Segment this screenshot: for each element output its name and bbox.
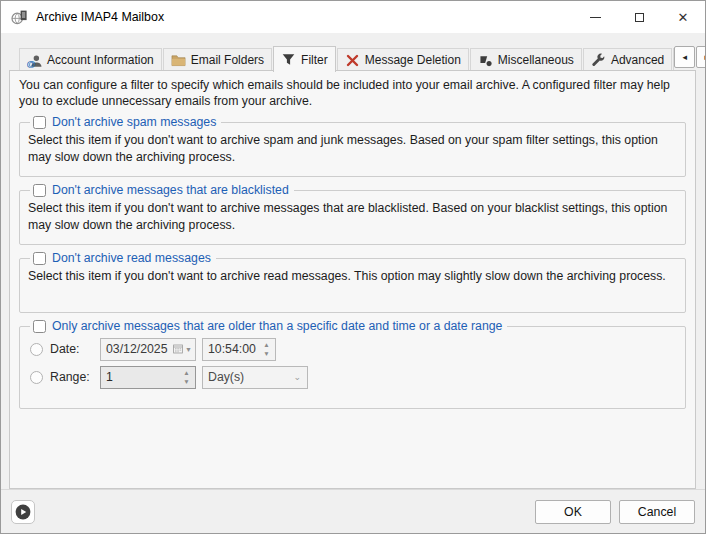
tab-message-deletion[interactable]: Message Deletion [337,48,469,71]
folder-icon [171,53,186,68]
wrench-icon [591,53,606,68]
blacklist-checkbox[interactable] [33,184,46,197]
left-arrow-icon: ◂ [682,52,687,62]
date-radio-label: Date: [50,342,100,356]
window-title: Archive IMAP4 Mailbox [36,10,164,24]
spinner-down-icon: ▼ [183,377,189,386]
blacklist-description: Select this item if you don't want to ar… [28,200,675,233]
read-description: Select this item if you don't want to ar… [28,268,675,285]
title-bar: Archive IMAP4 Mailbox ✕ [1,1,705,33]
time-spinner[interactable]: ▲▼ [258,339,275,360]
app-globe-icon [11,9,28,26]
range-spinner[interactable]: ▲▼ [178,367,195,388]
tab-email-folders[interactable]: Email Folders [163,48,272,71]
tab-filter[interactable]: Filter [273,46,336,72]
chevron-down-icon: ▼ [185,346,192,353]
filter-tab-page: You can configure a filter to specify wh… [9,70,696,489]
spinner-up-icon: ▲ [183,368,189,377]
tab-miscellaneous[interactable]: Miscellaneous [470,48,582,71]
tab-scroll-controls: ◂ ▸ [674,46,706,68]
spinner-up-icon: ▲ [263,340,269,349]
date-picker[interactable]: 03/12/2025 ▼ [100,338,196,361]
filter-funnel-icon [281,52,296,67]
spam-checkbox-label[interactable]: Don't archive spam messages [52,115,216,129]
calendar-dropdown[interactable]: ▼ [173,344,195,354]
chevron-down-icon: ⌄ [293,372,307,382]
ok-button[interactable]: OK [535,500,611,524]
filter-intro-text: You can configure a filter to specify wh… [19,77,686,109]
svg-text:@: @ [27,59,36,68]
tab-label: Message Deletion [365,53,461,67]
tab-label: Miscellaneous [498,53,574,67]
tab-scroll-left-button[interactable]: ◂ [674,46,695,68]
footer-bar: OK Cancel [1,489,705,533]
older-than-checkbox-label[interactable]: Only archive messages that are older tha… [52,319,502,333]
date-radio[interactable] [30,343,43,356]
read-filter-group: Don't archive read messages Select this … [19,251,686,313]
range-unit-select[interactable]: Day(s) ⌄ [202,366,308,389]
spam-description: Select this item if you don't want to ar… [28,132,675,165]
time-value: 10:54:00 [208,342,256,356]
shapes-icon [478,53,493,68]
range-value-stepper[interactable]: 1 ▲▼ [100,366,196,389]
red-x-icon [345,53,360,68]
tab-strip: @ Account Information Email Folders Filt… [9,46,696,71]
spinner-down-icon: ▼ [263,349,269,358]
older-than-checkbox[interactable] [33,320,46,333]
account-at-icon: @ [27,53,42,68]
tab-label: Filter [301,53,328,67]
cancel-button[interactable]: Cancel [619,500,695,524]
date-value: 03/12/2025 [106,342,168,356]
close-icon: ✕ [678,11,689,24]
range-value: 1 [106,370,113,384]
tab-scroll-right-button[interactable]: ▸ [696,46,706,68]
close-button[interactable]: ✕ [661,1,705,33]
range-unit-value: Day(s) [208,370,244,384]
run-archive-button[interactable] [11,500,35,524]
spam-filter-group: Don't archive spam messages Select this … [19,115,686,177]
minimize-icon [590,17,601,18]
maximize-button[interactable] [617,1,661,33]
play-icon [15,504,31,520]
tab-label: Account Information [47,53,154,67]
blacklist-filter-group: Don't archive messages that are blacklis… [19,183,686,245]
tab-label: Advanced [611,53,664,67]
tab-advanced[interactable]: Advanced [583,48,672,71]
calendar-icon [173,344,183,354]
range-radio[interactable] [30,371,43,384]
date-row: Date: 03/12/2025 ▼ 10:54:00 ▲▼ [28,337,675,361]
minimize-button[interactable] [573,1,617,33]
range-row: Range: 1 ▲▼ Day(s) ⌄ [28,365,675,389]
blacklist-checkbox-label[interactable]: Don't archive messages that are blacklis… [52,183,289,197]
maximize-icon [635,13,644,22]
read-checkbox-label[interactable]: Don't archive read messages [52,251,211,265]
read-checkbox[interactable] [33,252,46,265]
archive-imap4-mailbox-dialog: Archive IMAP4 Mailbox ✕ @ Account Inform… [0,0,706,534]
date-filter-group: Only archive messages that are older tha… [19,319,686,409]
time-picker[interactable]: 10:54:00 ▲▼ [202,338,276,361]
range-radio-label: Range: [50,370,100,384]
tab-label: Email Folders [191,53,264,67]
spam-checkbox[interactable] [33,116,46,129]
tab-account-information[interactable]: @ Account Information [19,48,162,71]
